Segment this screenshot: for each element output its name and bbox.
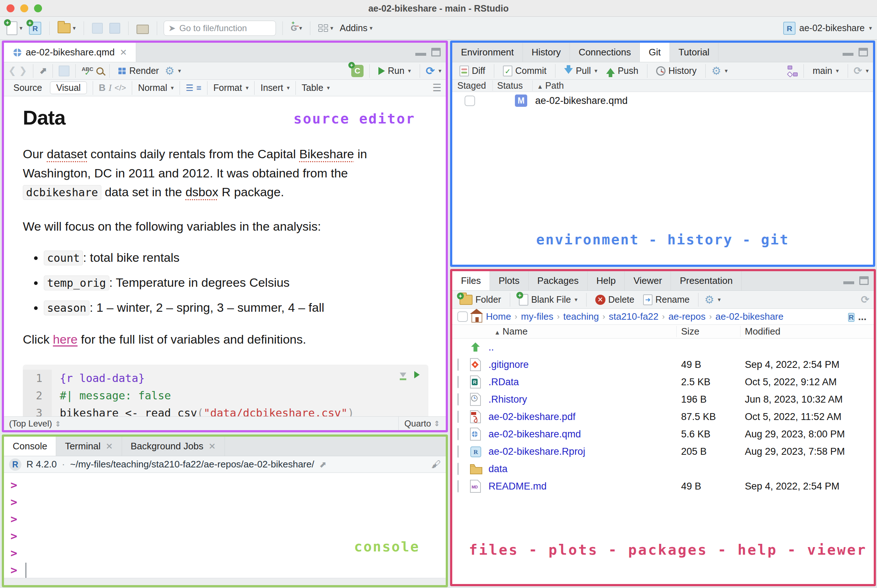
paragraph-style-select[interactable]: Normal xyxy=(138,82,167,93)
breadcrumb-item[interactable]: ae-repos xyxy=(669,311,706,322)
breadcrumb-ellipsis[interactable]: ... xyxy=(858,311,869,322)
back-icon[interactable]: ❮ xyxy=(8,65,16,76)
mode-source-button[interactable]: Source xyxy=(8,82,47,94)
column-modified[interactable]: Modified xyxy=(741,326,874,337)
delete-button[interactable]: ✕ Delete xyxy=(592,293,637,306)
tab-files-packages[interactable]: Packages xyxy=(529,271,588,290)
history-button[interactable]: History xyxy=(653,64,700,78)
file-row[interactable]: MDREADME.md49 BSep 4, 2022, 2:54 PM xyxy=(452,478,874,495)
close-tab-icon[interactable]: ✕ xyxy=(120,47,127,58)
pull-button[interactable]: Pull ▾ xyxy=(561,64,600,78)
doc-link[interactable]: here xyxy=(53,332,78,346)
editor-document[interactable]: source editor Data Our dataset contains … xyxy=(4,96,446,416)
select-all-checkbox[interactable] xyxy=(457,311,468,322)
file-row[interactable]: R.RData2.5 KBOct 5, 2022, 9:12 AM xyxy=(452,373,874,391)
table-menu[interactable]: Table xyxy=(301,82,323,93)
file-row[interactable]: ae-02-bikeshare.qmd5.6 KBAug 29, 2023, 8… xyxy=(452,425,874,443)
bullet-list-icon[interactable]: ☰ xyxy=(186,83,194,93)
file-checkbox[interactable] xyxy=(457,411,459,423)
close-tab-icon[interactable]: ✕ xyxy=(106,441,113,452)
diff-button[interactable]: Diff xyxy=(457,64,488,78)
chevron-down-icon[interactable]: ▾ xyxy=(866,68,869,74)
scope-selector[interactable]: (Top Level)⇕ xyxy=(4,418,61,429)
minimize-pane-icon[interactable] xyxy=(843,48,853,56)
column-size[interactable]: Size xyxy=(677,326,741,337)
save-icon[interactable] xyxy=(58,66,69,76)
file-name-link[interactable]: README.md xyxy=(489,481,677,492)
push-button[interactable]: Push xyxy=(603,64,641,78)
search-icon[interactable] xyxy=(96,68,103,75)
tab-console-terminal[interactable]: Terminal✕ xyxy=(56,436,121,456)
italic-icon[interactable]: I xyxy=(109,82,112,93)
gear-icon[interactable]: ⚙ xyxy=(712,66,721,76)
chevron-down-icon[interactable]: ▾ xyxy=(718,296,721,303)
save-button[interactable] xyxy=(90,21,104,35)
doc-type-selector[interactable]: Quarto⇕ xyxy=(398,417,446,430)
new-blank-file-button[interactable]: + Blank File ▾ xyxy=(516,292,580,307)
tab-env-tutorial[interactable]: Tutorial xyxy=(670,43,719,62)
file-row[interactable]: data xyxy=(452,460,874,478)
tab-files-help[interactable]: Help xyxy=(588,271,625,290)
column-staged[interactable]: Staged xyxy=(452,80,493,91)
format-menu[interactable]: Format xyxy=(213,82,242,93)
file-name-link[interactable]: .Rhistory xyxy=(489,394,677,405)
breadcrumb-item[interactable]: my-files xyxy=(521,311,554,322)
maximize-pane-icon[interactable] xyxy=(431,48,441,57)
tab-console-console[interactable]: Console xyxy=(4,436,56,456)
code-icon[interactable]: </> xyxy=(114,83,126,93)
file-checkbox[interactable] xyxy=(457,393,459,405)
chevron-down-icon[interactable]: ▾ xyxy=(178,68,181,74)
numbered-list-icon[interactable]: ≡ xyxy=(196,83,201,93)
gear-icon[interactable]: ⚙ xyxy=(704,294,714,305)
tab-files-viewer[interactable]: Viewer xyxy=(625,271,671,290)
new-project-button[interactable]: R+ xyxy=(27,20,43,36)
column-name[interactable]: ▲Name xyxy=(452,326,677,337)
forward-icon[interactable]: ❯ xyxy=(19,65,27,76)
tab-files-presentation[interactable]: Presentation xyxy=(671,271,742,290)
maximize-pane-icon[interactable] xyxy=(859,48,868,57)
column-path[interactable]: ▲Path xyxy=(533,80,564,91)
breadcrumb-item[interactable]: sta210-fa22 xyxy=(609,311,658,322)
code-chunk[interactable]: 1{r load-data}2#| message: false3bikesha… xyxy=(23,364,428,416)
maximize-pane-icon[interactable] xyxy=(859,276,869,285)
file-checkbox[interactable] xyxy=(457,446,459,458)
tab-files-plots[interactable]: Plots xyxy=(490,271,529,290)
goto-file-search[interactable]: ➤ xyxy=(164,21,276,36)
file-name-link[interactable]: .gitignore xyxy=(489,359,677,370)
file-checkbox[interactable] xyxy=(457,376,459,388)
open-directory-icon[interactable]: ⬈ xyxy=(319,459,327,470)
goto-file-input[interactable] xyxy=(179,23,262,33)
insert-menu[interactable]: Insert xyxy=(260,82,283,93)
mode-visual-button[interactable]: Visual xyxy=(50,81,87,94)
close-tab-icon[interactable]: ✕ xyxy=(208,441,216,452)
rename-button[interactable]: ➜ Rename xyxy=(640,293,693,307)
spellcheck-icon[interactable]: ABC✓ xyxy=(81,68,93,75)
file-row[interactable]: .gitignore49 BSep 4, 2022, 2:54 PM xyxy=(452,356,874,373)
source-tools-icon[interactable]: ⟳ xyxy=(426,64,435,77)
file-name-link[interactable]: ae-02-bikeshare.qmd xyxy=(489,429,677,440)
print-button[interactable] xyxy=(135,21,150,36)
staged-checkbox[interactable] xyxy=(465,96,475,106)
minimize-pane-icon[interactable] xyxy=(415,48,426,56)
run-chunks-above-icon[interactable] xyxy=(400,373,406,377)
file-row[interactable]: .. xyxy=(452,339,874,356)
file-checkbox[interactable] xyxy=(457,428,459,440)
minimize-pane-icon[interactable] xyxy=(843,276,854,284)
file-name-link[interactable]: ae-02-bikeshare.pdf xyxy=(489,411,677,423)
render-button[interactable]: Render xyxy=(115,64,162,78)
column-status[interactable]: Status xyxy=(493,80,533,91)
open-file-button[interactable]: ▾ xyxy=(56,22,77,35)
file-row[interactable]: ae-02-bikeshare.pdf87.5 KBOct 5, 2022, 1… xyxy=(452,408,874,425)
file-checkbox[interactable] xyxy=(457,480,459,492)
file-name-link[interactable]: .RData xyxy=(489,376,677,388)
tab-console-background-jobs[interactable]: Background Jobs✕ xyxy=(122,436,225,456)
run-chunk-icon[interactable] xyxy=(414,371,420,378)
project-selector[interactable]: R ae-02-bikeshare ▾ xyxy=(783,22,872,35)
file-checkbox[interactable] xyxy=(457,358,459,371)
version-control-button[interactable]: G+− ▾ xyxy=(289,22,303,34)
refresh-icon[interactable]: ⟳ xyxy=(861,294,870,306)
tab-editor-qmd[interactable]: ae-02-bikeshare.qmd ✕ xyxy=(4,43,136,62)
tab-env-connections[interactable]: Connections xyxy=(570,43,640,62)
file-checkbox[interactable] xyxy=(457,463,459,475)
file-name-link[interactable]: ae-02-bikeshare.Rproj xyxy=(489,446,677,457)
